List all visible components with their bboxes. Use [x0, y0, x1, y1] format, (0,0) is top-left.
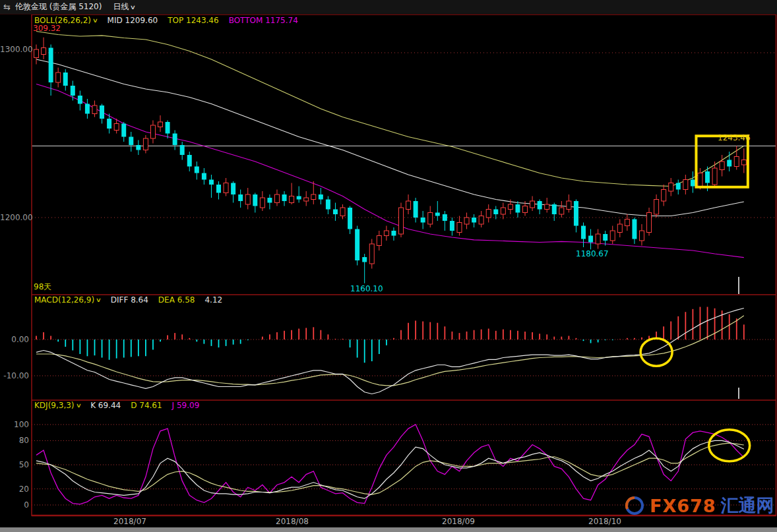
- macd-dea-value: DEA 6.58: [158, 295, 195, 305]
- latest-price-tag: 1243.46: [718, 133, 751, 142]
- bollinger-bands-layer: [36, 32, 744, 258]
- kdj-layer: [36, 425, 744, 504]
- date-axis-label: 2018/09: [442, 517, 475, 526]
- date-axis-label: 2018/07: [113, 517, 146, 526]
- annotations-layer: [640, 136, 750, 461]
- visible-days-label: 98天: [34, 281, 51, 293]
- price-axis-label: 1300.00: [0, 45, 29, 54]
- swing-low-label: 1160.10: [350, 284, 383, 293]
- date-axis-label: 2018/10: [588, 517, 621, 526]
- bottom-scrollbar[interactable]: [0, 527, 777, 532]
- date-axis-label: 2018/08: [276, 517, 309, 526]
- kdj-axis-label: 80: [0, 436, 29, 445]
- clipped-high-price-label: 309.32: [33, 24, 61, 33]
- fx678-logo-icon: [624, 495, 645, 516]
- macd-axis-label: 0.00: [0, 335, 29, 344]
- period-selector[interactable]: 日线 ∨: [113, 1, 135, 13]
- boll-indicator-row: BOLL(26,26,2) ∨ MID 1209.60 TOP 1243.46 …: [34, 16, 308, 25]
- watermark: FX678 汇通网: [624, 494, 774, 517]
- macd-diff-value: DIFF 8.64: [111, 295, 148, 305]
- chevron-down-icon[interactable]: ∨: [92, 17, 98, 24]
- chevron-down-icon[interactable]: ∨: [75, 402, 81, 409]
- kdj-k-value: K 69.44: [90, 401, 121, 410]
- macd-layer: [36, 307, 744, 394]
- kdj-axis-label: 50: [0, 460, 29, 469]
- period-label: 日线: [113, 1, 129, 13]
- macd-indicator-selector[interactable]: MACD(12,26,9): [34, 295, 94, 305]
- swing-low-label: 1180.67: [576, 249, 609, 258]
- kdj-axis-label: 100: [0, 420, 29, 429]
- kdj-axis-label: 20: [0, 485, 29, 494]
- kdj-indicator-row: KDJ(9,3,3) ∨ K 69.44 D 74.61 J 59.09: [34, 401, 209, 410]
- kdj-d-value: D 74.61: [131, 401, 162, 410]
- boll-mid-value: MID 1209.60: [108, 16, 158, 25]
- macd-axis-label: -10.00: [0, 371, 29, 380]
- macd-hist-value: 4.12: [204, 295, 222, 305]
- instrument-title: 伦敦金现 (贵金属 5120): [15, 1, 102, 13]
- chevron-down-icon: ∨: [130, 4, 136, 11]
- price-axis-label: 1200.00: [0, 213, 29, 222]
- title-bar: ⇆ 伦敦金现 (贵金属 5120) 日线 ∨: [0, 0, 777, 15]
- chevron-down-icon[interactable]: ∨: [96, 297, 102, 303]
- watermark-brand: FX678: [650, 496, 716, 516]
- gridlines-layer: [32, 53, 776, 505]
- macd-indicator-row: MACD(12,26,9) ∨ DIFF 8.64 DEA 6.58 4.12: [34, 295, 232, 305]
- trading-app-window: ⇆ 伦敦金现 (贵金属 5120) 日线 ∨ BOLL(26,26,2) ∨ M…: [0, 0, 777, 532]
- boll-top-value: TOP 1243.46: [168, 16, 218, 25]
- instrument-switch-icon[interactable]: ⇆: [3, 3, 11, 11]
- kdj-indicator-selector[interactable]: KDJ(9,3,3): [34, 401, 75, 410]
- chart-canvas[interactable]: [0, 0, 777, 532]
- watermark-site: 汇通网: [721, 494, 774, 517]
- boll-bottom-value: BOTTOM 1175.74: [229, 16, 298, 25]
- kdj-axis-label: 0: [0, 500, 29, 510]
- kdj-j-value: J 59.09: [172, 401, 200, 410]
